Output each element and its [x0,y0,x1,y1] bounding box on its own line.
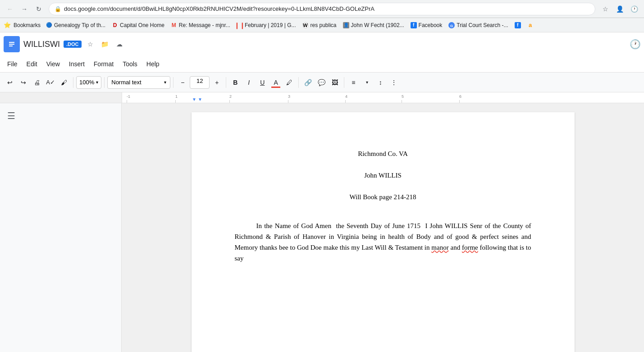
ruler-area: -1 1 2 3 4 5 6 ▼ ▼ [0,92,644,103]
outline-icon[interactable]: ☰ [7,110,114,121]
bookmark-gmail[interactable]: M Re: Message - mjnr... [168,21,233,29]
toolbar: ↩ ↪ 🖨 A✓ 🖌 100% ▾ Normal text ▾ − 12 + B… [0,73,644,92]
bookmark-genealogy-icon: 🔵 [46,22,52,28]
menu-insert[interactable]: Insert [65,59,88,69]
gdocs-header: WILLISWI .DOC ☆ 📁 ☁ 🕐 File Edit View Ins… [0,32,644,73]
ruler-line-3 [288,100,288,103]
ruler-tick-3: 3 [288,94,290,99]
font-decrease-button[interactable]: − [176,75,189,90]
bookmark-wiki-icon: W [302,22,309,28]
menu-help[interactable]: Help [143,59,163,69]
italic-button[interactable]: I [242,75,255,90]
reload-button[interactable]: ↻ [32,3,45,15]
menu-tools[interactable]: Tools [119,59,141,69]
menu-edit[interactable]: Edit [23,59,41,69]
font-size-value: 12 [196,78,203,84]
align-button[interactable]: ≡ [347,75,360,90]
bookmark-fb2-icon: f [515,22,521,28]
link-button[interactable]: 🔗 [301,75,314,90]
bookmark-wiki[interactable]: W res publica [300,21,339,29]
star-button[interactable]: ☆ [85,39,96,50]
align-dropdown-button[interactable]: ▾ [361,75,373,90]
document-page[interactable]: Richmond Co. VA John WILLIS Will Book pa… [192,112,575,352]
font-color-button[interactable]: A [269,75,282,90]
ruler-tick-6: 6 [459,94,461,99]
document-canvas[interactable]: Richmond Co. VA John WILLIS Will Book pa… [122,103,644,352]
header-right: 🕐 [630,39,640,50]
bold-button[interactable]: B [229,75,242,90]
ruler-indent-tab: ▼ [198,97,202,102]
highlight-button[interactable]: 🖊 [283,75,296,90]
bookmark-fecht[interactable]: 👤 John W Fecht (1902... [340,21,407,29]
back-button[interactable]: ← [4,3,16,15]
more-button[interactable]: ⋮ [388,75,400,90]
history-nav-btn[interactable]: 🕐 [628,3,640,15]
zoom-dropdown-icon: ▾ [96,80,98,85]
address-bar[interactable]: 🔒 docs.google.com/document/d/0BwiLHL8gN0… [49,3,595,15]
account-button[interactable]: 👤 [613,3,626,15]
bookmark-genealogy-label: Genealogy Tip of th... [54,22,105,28]
font-color-icon: A [274,79,278,86]
image-button[interactable]: 🖼 [329,75,341,90]
comment-button[interactable]: 💬 [315,75,328,90]
bookmark-gmail-icon: M [171,22,177,28]
cloud-button[interactable]: ☁ [114,39,125,50]
bookmark-february[interactable]: ❙❙ February | 2019 | G... [234,21,299,29]
style-dropdown-icon: ▾ [164,80,166,85]
title-row: WILLISWI .DOC ☆ 📁 ☁ [23,39,125,50]
bookmark-amazon[interactable]: a [525,21,536,29]
main-area: ☰ Richmond Co. VA John WILLIS Will Book … [0,103,644,352]
doc-title[interactable]: WILLISWI [23,40,60,49]
ruler-line-6 [459,100,460,103]
menu-view[interactable]: View [43,59,64,69]
bookmarks-label: ⭐ [4,22,11,28]
doc-line3-text: Will Book page 214-218 [349,193,416,201]
toolbar-divider-2 [104,77,105,88]
title-bar: WILLISWI .DOC ☆ 📁 ☁ 🕐 [0,32,644,56]
gdocs-app-icon[interactable] [4,36,20,52]
zoom-value: 100% [79,79,94,86]
menu-format[interactable]: Format [90,59,117,69]
undo-button[interactable]: ↩ [4,75,16,90]
outline-panel: ☰ [0,103,122,352]
bookmark-facebook-label: Facebook [419,22,443,28]
doc-para1-and: and [449,244,462,251]
url-text: docs.google.com/document/d/0BwiLHL8gN0cp… [64,5,375,12]
ruler-tick-2: 2 [229,94,232,99]
bookmark-trialcourt-label: Trial Court Search -... [457,22,508,28]
bookmark-genealogy[interactable]: 🔵 Genealogy Tip of th... [43,21,108,29]
move-button[interactable]: 📁 [100,39,110,50]
bookmark-february-label: February | 2019 | G... [245,22,296,28]
svg-rect-4 [9,44,14,45]
ruler-line-5 [402,100,402,103]
paint-format-button[interactable]: 🖌 [58,75,70,90]
toolbar-divider-5 [298,77,299,88]
bookmark-wiki-label: res publica [311,22,337,28]
doc-line2-text: John WILLIS [364,172,402,179]
toolbar-divider-4 [226,77,226,88]
bookmark-trialcourt[interactable]: G Trial Court Search -... [446,21,511,29]
menu-file[interactable]: File [4,59,21,69]
doc-paragraph1: In the Name of God Amen the Seventh Day … [235,220,531,264]
line-spacing-button[interactable]: ↕ [374,75,387,90]
doc-line1-text: Richmond Co. VA [358,150,408,157]
forward-button[interactable]: → [18,3,31,15]
zoom-selector[interactable]: 100% ▾ [76,76,101,89]
style-selector[interactable]: Normal text ▾ [107,76,170,89]
bookmark-button[interactable]: ☆ [599,3,612,15]
underline-button[interactable]: U [256,75,269,90]
font-increase-button[interactable]: + [210,75,223,90]
bookmark-capitalone[interactable]: D Capital One Home [109,21,167,29]
bookmarks-bar: ⭐ Bookmarks 🔵 Genealogy Tip of th... D C… [0,18,644,32]
history-button[interactable]: 🕐 [630,39,640,50]
doc-wavy-manor: manor [431,244,448,251]
spellcheck-button[interactable]: A✓ [44,75,57,90]
browser-nav-bar: ← → ↻ 🔒 docs.google.com/document/d/0BwiL… [0,0,644,18]
bookmark-fb2[interactable]: f [512,21,524,29]
print-button[interactable]: 🖨 [31,75,43,90]
redo-button[interactable]: ↪ [17,75,30,90]
font-size-input[interactable]: 12 [190,76,210,89]
bookmark-fecht-label: John W Fecht (1902... [351,22,404,28]
bookmark-facebook[interactable]: f Facebook [408,21,445,29]
bookmark-fecht-icon: 👤 [343,22,349,28]
